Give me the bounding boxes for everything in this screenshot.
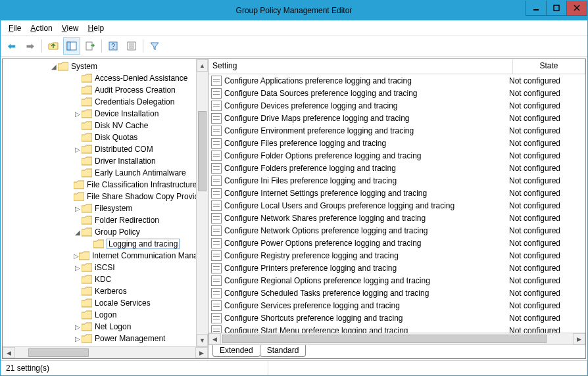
setting-state: Not configured	[509, 201, 585, 210]
minimize-button[interactable]	[526, 1, 547, 16]
scroll-up-button[interactable]: ▲	[197, 59, 208, 72]
scroll-track[interactable]	[15, 347, 195, 358]
tree-item[interactable]: ▷Filesystem	[3, 202, 196, 214]
tree-item[interactable]: ▷Net Logon	[3, 321, 196, 333]
setting-row[interactable]: Configure Folder Options preference logg…	[208, 149, 585, 162]
expand-icon[interactable]: ▷	[74, 252, 79, 260]
menu-view[interactable]: View	[58, 22, 83, 34]
setting-state: Not configured	[509, 276, 585, 285]
scroll-track[interactable]	[221, 333, 573, 344]
setting-row[interactable]: Configure Shortcuts preference logging a…	[208, 312, 585, 324]
scroll-thumb[interactable]	[198, 111, 207, 191]
menu-file[interactable]: File	[5, 22, 25, 34]
expand-icon[interactable]: ▷	[74, 110, 82, 118]
tree-item[interactable]: Disk NV Cache	[3, 120, 196, 131]
folder-icon	[82, 263, 92, 272]
tree-item[interactable]: Kerberos	[3, 285, 196, 297]
list-horizontal-scrollbar[interactable]: ◀ ▶	[208, 333, 585, 344]
tree-scroll-area[interactable]: ◢ System Access-Denied AssistanceAudit P…	[3, 59, 196, 346]
setting-row[interactable]: Configure Network Options preference log…	[208, 224, 585, 237]
tree-item[interactable]: Credentials Delegation	[3, 96, 196, 108]
setting-row[interactable]: Configure Regional Options preference lo…	[208, 274, 585, 287]
settings-list[interactable]: Configure Applications preference loggin…	[208, 74, 585, 333]
tree-item[interactable]: Access-Denied Assistance	[3, 72, 196, 84]
menu-help[interactable]: Help	[84, 22, 109, 34]
tree-vertical-scrollbar[interactable]: ▲ ▼	[196, 59, 208, 346]
properties-button[interactable]	[123, 37, 140, 55]
setting-row[interactable]: Configure Data Sources preference loggin…	[208, 87, 585, 99]
expand-icon[interactable]: ▷	[74, 335, 82, 342]
tree-item[interactable]: Driver Installation	[3, 155, 196, 167]
scroll-down-button[interactable]: ▼	[197, 334, 208, 346]
tree-item[interactable]: Audit Process Creation	[3, 84, 196, 96]
folder-icon	[58, 62, 68, 71]
scroll-left-button[interactable]: ◀	[208, 333, 221, 344]
back-button[interactable]: ⬅	[3, 37, 20, 55]
tree-item[interactable]: ◢Group Policy	[3, 226, 196, 238]
show-hide-tree-button[interactable]	[63, 37, 80, 55]
setting-row[interactable]: Configure Local Users and Groups prefere…	[208, 199, 585, 212]
collapse-icon[interactable]: ◢	[50, 63, 58, 70]
setting-row[interactable]: Configure Power Options preference loggi…	[208, 237, 585, 249]
tree-item[interactable]: File Classification Infrastructure	[3, 179, 196, 191]
setting-row[interactable]: Configure Folders preference logging and…	[208, 162, 585, 174]
toolbar-separator	[101, 39, 102, 53]
setting-row[interactable]: Configure Printers preference logging an…	[208, 262, 585, 274]
funnel-icon	[149, 41, 160, 51]
expand-icon[interactable]: ▷	[74, 323, 82, 331]
setting-row[interactable]: Configure Ini Files preference logging a…	[208, 174, 585, 187]
setting-row[interactable]: Configure Internet Settings preference l…	[208, 187, 585, 199]
expand-icon[interactable]: ◢	[74, 229, 82, 236]
scroll-right-button[interactable]: ▶	[195, 347, 208, 358]
column-header-setting[interactable]: Setting	[208, 59, 513, 74]
tree-item[interactable]: ▷Distributed COM	[3, 143, 196, 155]
tree-item[interactable]: Logon	[3, 309, 196, 321]
tree-item[interactable]: Early Launch Antimalware	[3, 167, 196, 179]
tree-horizontal-scrollbar[interactable]: ◀ ▶	[3, 346, 208, 358]
filter-button[interactable]	[146, 37, 163, 55]
up-level-button[interactable]	[45, 37, 62, 55]
policy-tree: ◢ System Access-Denied AssistanceAudit P…	[3, 59, 196, 346]
maximize-button[interactable]	[546, 1, 567, 16]
forward-button[interactable]: ➡	[22, 37, 39, 55]
scroll-track[interactable]	[197, 72, 208, 334]
expand-icon[interactable]: ▷	[74, 264, 82, 271]
tree-item[interactable]: Disk Quotas	[3, 131, 196, 143]
setting-row[interactable]: Configure Scheduled Tasks preference log…	[208, 287, 585, 299]
tree-item[interactable]: ▷Internet Communication Manag	[3, 250, 196, 262]
folder-up-icon	[48, 41, 59, 51]
setting-row[interactable]: Configure Network Shares preference logg…	[208, 212, 585, 224]
expand-icon[interactable]: ▷	[74, 146, 82, 153]
setting-row[interactable]: Configure Services preference logging an…	[208, 299, 585, 312]
setting-row[interactable]: Configure Applications preference loggin…	[208, 74, 585, 87]
scroll-thumb[interactable]	[28, 348, 89, 357]
setting-row[interactable]: Configure Environment preference logging…	[208, 124, 585, 137]
tab-extended[interactable]: Extended	[212, 345, 260, 357]
policy-item-icon	[211, 313, 222, 323]
tree-item[interactable]: ▷Power Management	[3, 333, 196, 344]
setting-row[interactable]: Configure Start Menu preference logging …	[208, 324, 585, 333]
tree-item[interactable]: Locale Services	[3, 297, 196, 309]
close-button[interactable]	[566, 1, 587, 16]
tree-item[interactable]: ▷Device Installation	[3, 108, 196, 120]
expand-icon[interactable]: ▷	[74, 205, 82, 212]
setting-row[interactable]: Configure Drive Maps preference logging …	[208, 112, 585, 124]
tree-item-system[interactable]: ◢ System	[3, 60, 196, 72]
tree-item[interactable]: Logging and tracing	[3, 238, 196, 250]
export-list-button[interactable]	[82, 37, 99, 55]
setting-row[interactable]: Configure Devices preference logging and…	[208, 99, 585, 112]
setting-row[interactable]: Configure Files preference logging and t…	[208, 137, 585, 149]
scroll-thumb[interactable]	[222, 335, 547, 343]
tree-item[interactable]: File Share Shadow Copy Provider	[3, 191, 196, 202]
setting-row[interactable]: Configure Registry preference logging an…	[208, 249, 585, 262]
tab-standard[interactable]: Standard	[260, 345, 306, 357]
column-header-state[interactable]: State	[513, 59, 585, 74]
tree-item[interactable]: KDC	[3, 273, 196, 285]
help-button[interactable]: ?	[105, 37, 122, 55]
scroll-right-button[interactable]: ▶	[573, 333, 585, 344]
menu-action[interactable]: Action	[26, 22, 56, 34]
folder-icon	[79, 251, 89, 260]
tree-item[interactable]: ▷iSCSI	[3, 262, 196, 273]
tree-item[interactable]: Folder Redirection	[3, 214, 196, 226]
scroll-left-button[interactable]: ◀	[3, 347, 15, 358]
